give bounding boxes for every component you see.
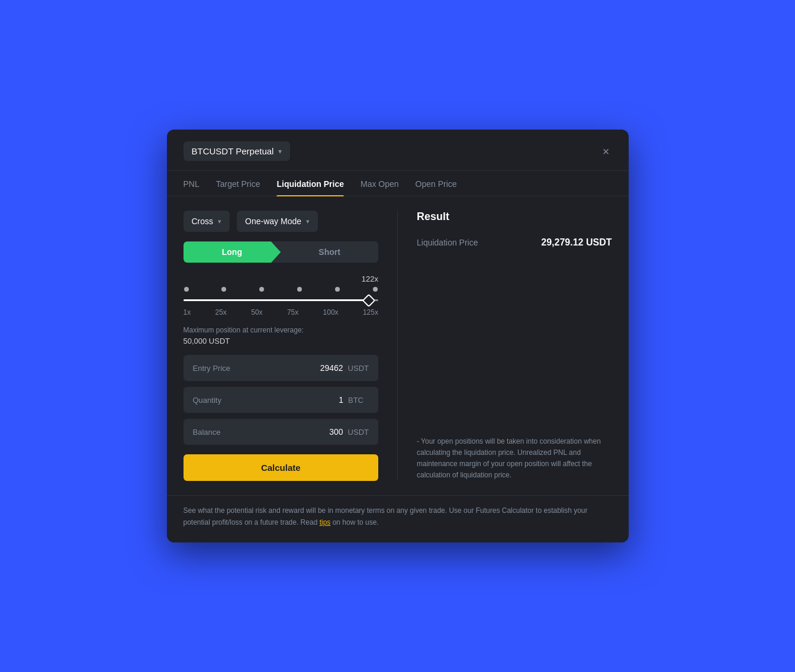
modal-footer: See what the potential risk and reward w… <box>167 495 629 542</box>
result-title: Result <box>417 211 612 223</box>
leverage-slider[interactable] <box>184 299 379 301</box>
label-75x: 75x <box>287 308 298 316</box>
margin-mode-chevron-icon: ▾ <box>218 218 221 225</box>
tab-max-open[interactable]: Max Open <box>361 171 399 196</box>
quantity-unit: BTC <box>348 396 369 405</box>
short-button[interactable]: Short <box>281 241 378 263</box>
margin-mode-dropdown[interactable]: Cross ▾ <box>184 211 230 232</box>
max-position-value: 50,000 USDT <box>184 337 379 345</box>
liquidation-price-value: 29,279.12 USDT <box>541 237 611 248</box>
liquidation-price-label: Liquidation Price <box>417 238 478 247</box>
footer-text-2: on how to use. <box>330 518 378 526</box>
tab-pnl[interactable]: PNL <box>184 171 199 196</box>
close-button[interactable]: × <box>600 143 612 160</box>
balance-label: Balance <box>193 428 221 437</box>
quantity-field: Quantity BTC <box>184 387 379 413</box>
mode-controls: Cross ▾ One-way Mode ▾ <box>184 211 379 232</box>
left-panel: Cross ▾ One-way Mode ▾ Long Short 1 <box>184 211 398 481</box>
slider-labels: 1x 25x 50x 75x 100x 125x <box>184 308 379 316</box>
tips-link[interactable]: tips <box>320 518 331 526</box>
tick-100x[interactable] <box>335 287 340 292</box>
result-note: - Your open positions will be taken into… <box>417 436 612 482</box>
leverage-section: 122x 1x 25x 50x 75x 100x 125x <box>184 274 379 316</box>
footer-text-1: See what the potential risk and reward w… <box>184 506 588 526</box>
tick-1x[interactable] <box>184 287 189 292</box>
balance-value-group: USDT <box>296 427 369 437</box>
symbol-dropdown[interactable]: BTCUSDT Perpetual ▾ <box>184 141 291 161</box>
trade-mode-label: One-way Mode <box>245 217 301 226</box>
modal-header: BTCUSDT Perpetual ▾ × <box>167 130 629 171</box>
leverage-value: 122x <box>184 274 379 283</box>
trade-mode-dropdown[interactable]: One-way Mode ▾ <box>237 211 318 232</box>
right-panel: Result Liquidation Price 29,279.12 USDT … <box>398 211 612 481</box>
margin-mode-label: Cross <box>192 217 214 226</box>
entry-price-unit: USDT <box>348 364 369 373</box>
calculate-button[interactable]: Calculate <box>184 454 379 481</box>
long-button[interactable]: Long <box>184 241 281 263</box>
quantity-value-group: BTC <box>296 395 369 405</box>
result-row: Liquidation Price 29,279.12 USDT <box>417 237 612 248</box>
label-125x: 125x <box>363 308 378 316</box>
balance-unit: USDT <box>348 428 369 437</box>
label-50x: 50x <box>251 308 262 316</box>
tick-25x[interactable] <box>221 287 226 292</box>
long-short-toggle: Long Short <box>184 241 379 263</box>
symbol-label: BTCUSDT Perpetual <box>192 146 274 156</box>
entry-price-value-group: USDT <box>296 363 369 373</box>
label-1x: 1x <box>184 308 191 316</box>
entry-price-field: Entry Price USDT <box>184 355 379 381</box>
tab-target-price[interactable]: Target Price <box>216 171 260 196</box>
modal-body: Cross ▾ One-way Mode ▾ Long Short 1 <box>167 196 629 495</box>
tick-50x[interactable] <box>259 287 264 292</box>
tick-125x[interactable] <box>373 287 378 292</box>
balance-input[interactable] <box>296 427 343 437</box>
entry-price-input[interactable] <box>296 363 343 373</box>
calculator-modal: BTCUSDT Perpetual ▾ × PNL Target Price L… <box>167 130 629 542</box>
max-position-label: Maximum position at current leverage: <box>184 326 379 334</box>
tab-liquidation-price[interactable]: Liquidation Price <box>276 171 344 196</box>
quantity-label: Quantity <box>193 396 221 405</box>
slider-tick-marks <box>184 287 379 292</box>
trade-mode-chevron-icon: ▾ <box>306 218 310 225</box>
label-25x: 25x <box>215 308 227 316</box>
tick-75x[interactable] <box>297 287 302 292</box>
quantity-input[interactable] <box>296 395 343 405</box>
tabs-bar: PNL Target Price Liquidation Price Max O… <box>167 171 629 196</box>
tab-open-price[interactable]: Open Price <box>416 171 457 196</box>
entry-price-label: Entry Price <box>193 364 231 373</box>
symbol-chevron-icon: ▾ <box>278 147 282 156</box>
balance-field: Balance USDT <box>184 419 379 445</box>
label-100x: 100x <box>323 308 339 316</box>
